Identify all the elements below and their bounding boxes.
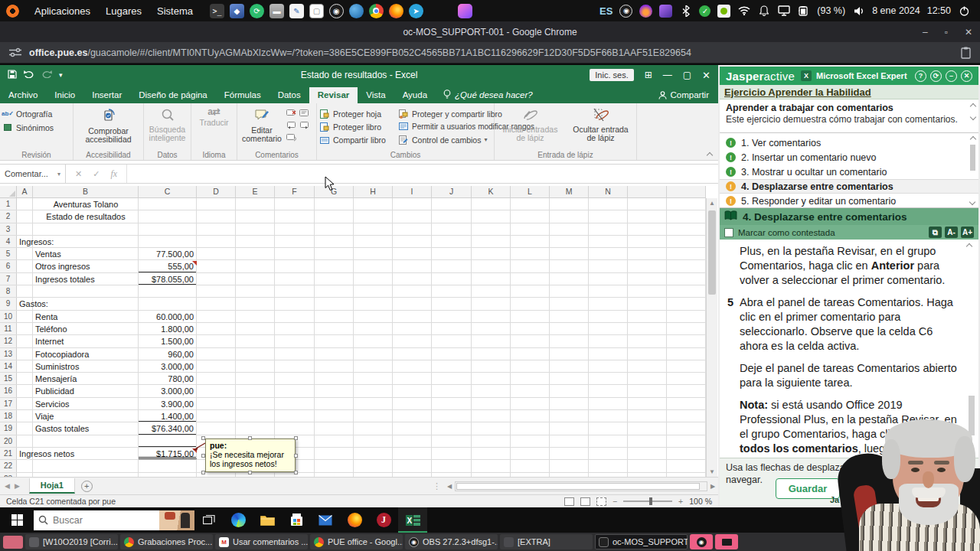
cell-M7[interactable] bbox=[550, 273, 589, 285]
save-icon[interactable] bbox=[8, 70, 17, 81]
task-item[interactable]: !3. Mostrar u ocultar un comentario bbox=[720, 165, 978, 179]
cell-H10[interactable] bbox=[354, 311, 393, 322]
cell-K1[interactable] bbox=[472, 198, 511, 210]
font-larger-button[interactable]: A+ bbox=[961, 227, 974, 238]
cell-A14[interactable] bbox=[17, 360, 33, 372]
cell-K8[interactable] bbox=[472, 285, 511, 297]
column-header-C[interactable]: C bbox=[139, 186, 197, 198]
nvidia-icon[interactable] bbox=[717, 5, 730, 18]
cell-L7[interactable] bbox=[511, 273, 550, 285]
column-header-E[interactable]: E bbox=[236, 186, 275, 198]
cell-G22[interactable] bbox=[315, 460, 354, 471]
cell-J17[interactable] bbox=[432, 398, 472, 409]
cell-G4[interactable] bbox=[315, 236, 354, 247]
cell-I3[interactable] bbox=[393, 223, 432, 235]
excel-close-button[interactable]: ✕ bbox=[702, 70, 710, 81]
tab-inicio[interactable]: Inicio bbox=[46, 87, 83, 103]
cell-G1[interactable] bbox=[315, 198, 354, 210]
cell-L11[interactable] bbox=[511, 323, 550, 334]
tab-insertar[interactable]: Insertar bbox=[83, 87, 130, 103]
cell-E15[interactable] bbox=[236, 373, 275, 384]
row-header-9[interactable]: 9 bbox=[0, 298, 17, 309]
page-break-view-icon[interactable] bbox=[596, 497, 606, 506]
cell-M13[interactable] bbox=[550, 348, 589, 360]
cell-J8[interactable] bbox=[432, 285, 472, 297]
previous-comment-icon[interactable] bbox=[286, 121, 296, 131]
cell-M1[interactable] bbox=[550, 198, 589, 210]
bluetooth-icon[interactable] bbox=[679, 5, 692, 18]
cell-J4[interactable] bbox=[432, 236, 472, 247]
row-header-15[interactable]: 15 bbox=[0, 373, 17, 384]
cell-x1512[interactable] bbox=[667, 335, 706, 347]
url-text[interactable]: office.pue.es/guacamole/#/client/MTI0NTU… bbox=[29, 47, 691, 58]
cell-x141[interactable] bbox=[628, 198, 667, 210]
cell-K7[interactable] bbox=[472, 273, 511, 285]
mark-answered-label[interactable]: Marcar como contestada bbox=[738, 228, 835, 237]
horizontal-scroll-thumb[interactable] bbox=[456, 483, 700, 490]
cell-A11[interactable] bbox=[17, 323, 33, 334]
refresh-button[interactable]: ⟳ bbox=[930, 70, 942, 82]
cell-G20[interactable] bbox=[315, 435, 354, 447]
cell-N11[interactable] bbox=[589, 323, 628, 334]
windows-search-box[interactable] bbox=[34, 510, 194, 530]
cell-J11[interactable] bbox=[432, 323, 472, 334]
cell-C9[interactable] bbox=[139, 298, 197, 309]
cell-J12[interactable] bbox=[432, 335, 472, 347]
comment-handle[interactable] bbox=[201, 454, 205, 458]
column-header-F[interactable]: F bbox=[275, 186, 315, 198]
cell-L12[interactable] bbox=[511, 335, 550, 347]
cell-G12[interactable] bbox=[315, 335, 354, 347]
sheet-tab-hoja1[interactable]: Hoja1 bbox=[29, 478, 75, 494]
cell-E6[interactable] bbox=[236, 260, 275, 272]
cell-M18[interactable] bbox=[550, 410, 589, 422]
cell-L4[interactable] bbox=[511, 236, 550, 247]
next-comment-icon[interactable] bbox=[299, 121, 309, 131]
cell-x154[interactable] bbox=[667, 236, 706, 247]
scroll-left-icon[interactable]: ◀ bbox=[444, 483, 455, 490]
keyboard-layout-indicator[interactable]: ES bbox=[599, 5, 612, 17]
cell-x155[interactable] bbox=[667, 248, 706, 259]
cell-x158[interactable] bbox=[667, 285, 706, 297]
window-list-item[interactable]: Grabaciones Proc... bbox=[120, 534, 213, 549]
cell-x145[interactable] bbox=[628, 248, 667, 259]
collapse-ribbon-icon[interactable] bbox=[707, 152, 713, 158]
cell-x146[interactable] bbox=[628, 260, 667, 272]
cell-x153[interactable] bbox=[667, 223, 706, 235]
window-list-item[interactable]: PUE office - Googl... bbox=[310, 534, 403, 549]
column-header-B[interactable]: B bbox=[33, 186, 139, 198]
cell-A22[interactable] bbox=[17, 460, 33, 471]
firefox-icon[interactable] bbox=[389, 4, 403, 18]
cell-K4[interactable] bbox=[472, 236, 511, 247]
text-scroll-down-icon[interactable] bbox=[966, 442, 972, 448]
cell-K20[interactable] bbox=[472, 435, 511, 447]
cell-N1[interactable] bbox=[589, 198, 628, 210]
cell-M15[interactable] bbox=[550, 373, 589, 384]
excel-maximize-button[interactable]: ▢ bbox=[683, 70, 691, 80]
cell-B3[interactable] bbox=[33, 223, 139, 235]
comment-handle[interactable] bbox=[201, 436, 205, 440]
cell-H3[interactable] bbox=[354, 223, 393, 235]
name-box-dropdown-icon[interactable]: ▾ bbox=[57, 171, 60, 178]
tab-fórmulas[interactable]: Fórmulas bbox=[216, 87, 270, 103]
cell-M2[interactable] bbox=[550, 210, 589, 222]
workspace-switcher[interactable] bbox=[3, 536, 23, 549]
row-header-17[interactable]: 17 bbox=[0, 398, 17, 409]
row-header-3[interactable]: 3 bbox=[0, 223, 17, 235]
column-header-extra15[interactable] bbox=[667, 186, 706, 198]
cell-E19[interactable] bbox=[236, 422, 275, 434]
cell-x1420[interactable] bbox=[628, 435, 667, 447]
cell-N7[interactable] bbox=[589, 273, 628, 285]
cell-x1413[interactable] bbox=[628, 348, 667, 360]
cell-H22[interactable] bbox=[354, 460, 393, 471]
cell-N4[interactable] bbox=[589, 236, 628, 247]
cell-L13[interactable] bbox=[511, 348, 550, 360]
cell-A17[interactable] bbox=[17, 398, 33, 409]
row-header-1[interactable]: 1 bbox=[0, 198, 17, 210]
cell-A8[interactable] bbox=[17, 285, 33, 297]
task-item[interactable]: !2. Insertar un comentario nuevo bbox=[720, 150, 978, 165]
cell-F10[interactable] bbox=[275, 311, 315, 322]
cell-J15[interactable] bbox=[432, 373, 472, 384]
cell-F12[interactable] bbox=[275, 335, 315, 347]
cell-L15[interactable] bbox=[511, 373, 550, 384]
purple-tray-icon[interactable] bbox=[659, 5, 672, 18]
